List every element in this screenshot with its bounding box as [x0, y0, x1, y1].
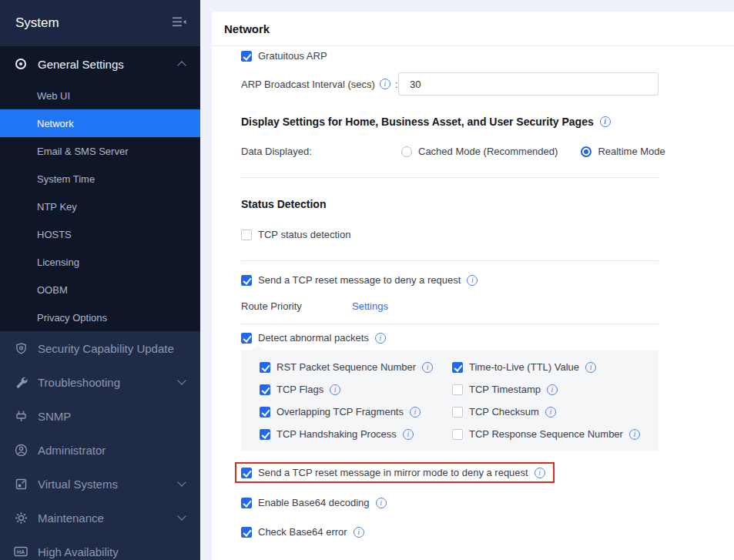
- sidebar-item-ntp-key[interactable]: NTP Key: [0, 193, 200, 220]
- detect-abnormal-label: Detect abnormal packets: [258, 332, 369, 344]
- info-icon[interactable]: [629, 429, 640, 440]
- sidebar-item-label: SNMP: [38, 410, 71, 423]
- info-icon[interactable]: [376, 498, 387, 508]
- sidebar-item-maintenance[interactable]: Maintenance: [0, 501, 200, 535]
- tcp-reset-checkbox[interactable]: [241, 275, 252, 286]
- route-priority-label: Route Priority: [241, 300, 346, 312]
- route-priority-row: Route Priority Settings: [241, 300, 734, 312]
- sidebar-item-label: Security Capability Update: [38, 342, 174, 355]
- chevron-down-icon: [177, 376, 186, 384]
- abnormal-packets-panel: RST Packet Sequence Number Time-to-Live …: [241, 350, 659, 451]
- base64-decoding-row: Enable Base64 decoding: [241, 497, 734, 508]
- tcp-timestamp-checkbox[interactable]: [452, 384, 463, 395]
- sidebar-collapse-icon[interactable]: [173, 16, 186, 30]
- info-icon[interactable]: [403, 429, 414, 440]
- tcp-handshaking-checkbox[interactable]: [260, 429, 270, 440]
- sidebar-item-hosts[interactable]: HOSTS: [0, 220, 200, 248]
- cached-mode-radio[interactable]: [401, 146, 412, 157]
- tcp-reset-label: Send a TCP reset message to deny a reque…: [258, 274, 461, 286]
- sidebar-item-licensing[interactable]: Licensing: [0, 248, 200, 276]
- sidebar-item-label: OOBM: [37, 284, 68, 296]
- info-icon[interactable]: [422, 362, 433, 373]
- option-label: TCP Flags: [277, 384, 323, 395]
- info-icon[interactable]: [547, 384, 558, 395]
- sidebar-item-network[interactable]: Network: [0, 109, 200, 137]
- chevron-down-icon: [177, 478, 186, 486]
- sidebar: System General Settings Web UI Network E…: [0, 0, 200, 560]
- arp-interval-input[interactable]: [398, 72, 659, 96]
- option-label: Time-to-Live (TTL) Value: [469, 361, 579, 373]
- sidebar-item-label: Email & SMS Server: [37, 146, 128, 157]
- abnormal-option-row: Overlapping TCP Fragments: [260, 406, 452, 417]
- sidebar-item-label: Maintenance: [38, 511, 104, 525]
- realtime-mode-radio[interactable]: [581, 146, 592, 157]
- gratuitous-arp-label: Gratuitous ARP: [258, 50, 327, 62]
- info-icon[interactable]: [467, 275, 478, 286]
- mirror-reset-row-wrapper: Send a TCP reset message in mirror mode …: [241, 462, 734, 483]
- info-icon[interactable]: [545, 407, 556, 417]
- sidebar-group-header-general-settings[interactable]: General Settings: [0, 46, 200, 82]
- sidebar-item-high-availability[interactable]: HA High Availability: [0, 535, 200, 560]
- sidebar-item-snmp[interactable]: SNMP: [0, 399, 200, 433]
- sidebar-item-administrator[interactable]: Administrator: [0, 433, 200, 467]
- abnormal-option-row: Time-to-Live (TTL) Value: [452, 361, 659, 373]
- tcp-checksum-checkbox[interactable]: [452, 407, 463, 417]
- sidebar-title: System: [15, 15, 59, 31]
- user-icon: [14, 444, 28, 457]
- status-detection-heading: Status Detection: [241, 198, 734, 210]
- sidebar-item-label: Web UI: [37, 90, 70, 102]
- abnormal-packets-grid: RST Packet Sequence Number Time-to-Live …: [260, 361, 659, 440]
- abnormal-option-row: TCP Flags: [260, 384, 452, 395]
- arp-interval-row: ARP Broadcast Interval (secs) :: [241, 72, 734, 96]
- sidebar-item-system-time[interactable]: System Time: [0, 165, 200, 193]
- sidebar-item-label: System Time: [37, 173, 95, 185]
- overlapping-fragments-checkbox[interactable]: [260, 407, 270, 417]
- tcp-flags-checkbox[interactable]: [260, 384, 270, 395]
- section-divider: [241, 177, 659, 178]
- info-icon[interactable]: [535, 468, 545, 478]
- svg-text:HA: HA: [17, 549, 25, 555]
- info-icon[interactable]: [330, 384, 340, 395]
- sidebar-item-web-ui[interactable]: Web UI: [0, 82, 200, 109]
- info-icon[interactable]: [410, 407, 421, 417]
- info-icon[interactable]: [354, 527, 364, 538]
- sidebar-item-troubleshooting[interactable]: Troubleshooting: [0, 365, 200, 399]
- data-displayed-label: Data Displayed:: [241, 146, 398, 157]
- tcp-status-detection-checkbox[interactable]: [241, 230, 252, 240]
- sidebar-group-general-settings: General Settings Web UI Network Email & …: [0, 46, 200, 331]
- mirror-reset-checkbox[interactable]: [241, 468, 252, 478]
- annotation-highlight-box: Send a TCP reset message in mirror mode …: [235, 462, 555, 483]
- route-priority-settings-link[interactable]: Settings: [352, 300, 388, 312]
- sidebar-group-label: General Settings: [38, 58, 124, 71]
- display-settings-heading: Display Settings for Home, Business Asse…: [241, 116, 594, 128]
- tcp-response-sequence-checkbox[interactable]: [452, 429, 463, 440]
- arp-interval-colon: :: [395, 79, 398, 90]
- chevron-down-icon: [177, 511, 186, 520]
- ttl-value-checkbox[interactable]: [452, 362, 463, 373]
- sidebar-item-label: Administrator: [38, 444, 106, 457]
- sidebar-header: System: [0, 0, 200, 46]
- sidebar-item-oobm[interactable]: OOBM: [0, 276, 200, 303]
- gratuitous-arp-checkbox[interactable]: [241, 51, 252, 62]
- base64-error-label: Check Base64 error: [258, 526, 347, 538]
- info-icon[interactable]: [600, 116, 611, 127]
- section-divider: [241, 260, 659, 261]
- info-icon[interactable]: [380, 79, 390, 89]
- rst-packet-sequence-checkbox[interactable]: [260, 362, 270, 373]
- info-icon[interactable]: [375, 333, 386, 344]
- option-label: TCP Checksum: [469, 406, 539, 417]
- sidebar-item-security-capability-update[interactable]: Security Capability Update: [0, 331, 200, 365]
- detect-abnormal-checkbox[interactable]: [241, 333, 252, 344]
- sidebar-item-email-sms-server[interactable]: Email & SMS Server: [0, 137, 200, 165]
- sidebar-item-privacy-options[interactable]: Privacy Options: [0, 303, 200, 331]
- info-icon[interactable]: [585, 362, 596, 373]
- base64-error-checkbox[interactable]: [241, 527, 252, 538]
- sidebar-item-virtual-systems[interactable]: Virtual Systems: [0, 467, 200, 501]
- cached-mode-label: Cached Mode (Recommended): [418, 146, 558, 157]
- detect-abnormal-row: Detect abnormal packets: [241, 332, 734, 344]
- chevron-up-icon: [177, 61, 186, 69]
- base64-decoding-checkbox[interactable]: [241, 498, 252, 508]
- section-divider: [241, 324, 659, 324]
- main-area: Network Gratuitous ARP ARP Broadcast Int…: [200, 0, 734, 560]
- tcp-reset-row: Send a TCP reset message to deny a reque…: [241, 274, 734, 286]
